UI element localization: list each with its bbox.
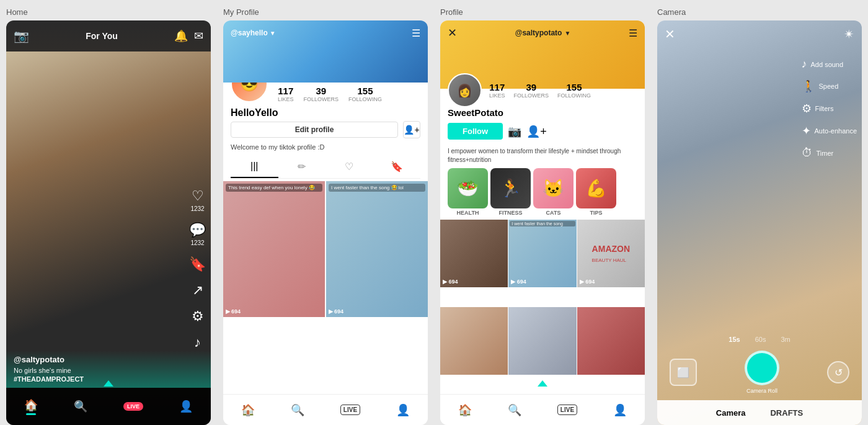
camera-tab-drafts[interactable]: DRAFTS <box>770 408 803 418</box>
other-video-2[interactable]: I went faster than the song ▶ 694 <box>508 220 576 287</box>
other-profile-phone: ✕ @saltypotato ▼ ☰ 👩 117 LIKES 39 FOLLOW… <box>440 20 645 425</box>
stat-followers: 39 FOLLOWERS <box>304 86 339 102</box>
category-tips[interactable]: 💪 TIPS <box>576 168 616 216</box>
category-health[interactable]: 🥗 HEALTH <box>448 168 488 216</box>
other-video-5[interactable] <box>508 307 576 375</box>
other-video-6[interactable] <box>577 307 645 375</box>
other-avatar-row: 👩 117 LIKES 39 FOLLOWERS 155 FOLLOWING <box>440 73 645 107</box>
bell-icon[interactable]: 🔔 <box>174 29 188 43</box>
other-video-4[interactable] <box>440 307 508 375</box>
other-nav-profile[interactable]: 👤 <box>613 403 627 417</box>
video-thumb-1[interactable]: This trend easy def when you lonely 😂 ▶ … <box>223 181 325 317</box>
add-sound-action[interactable]: ♪ Add sound <box>802 58 857 71</box>
menu-icon[interactable]: ☰ <box>412 27 420 39</box>
home-top-icons: 🔔 ✉ <box>174 29 203 43</box>
nav-profile-icon[interactable]: 👤 <box>396 403 410 417</box>
other-profile-name: SweetPotato <box>448 107 645 118</box>
home-label: Home <box>6 7 211 17</box>
camera-capture-row: ⬜ Camera Roll ↺ <box>657 351 862 394</box>
other-profile-avatar: 👩 <box>448 73 482 107</box>
following-number: 155 <box>358 86 373 96</box>
other-menu-icon[interactable]: ☰ <box>629 27 637 39</box>
tab-liked[interactable]: ✏ <box>278 156 326 178</box>
home-video-person <box>6 51 211 388</box>
likes-label: LIKES <box>278 96 294 102</box>
capture-button[interactable] <box>745 351 779 385</box>
other-video-3[interactable]: AMAZONBEAUTY HAUL ▶ 694 <box>577 220 645 287</box>
timer-3m[interactable]: 3m <box>781 336 790 343</box>
music-icon[interactable]: ♪ <box>194 334 201 351</box>
other-profile-bottom-nav: 🏠 🔍 LIVE 👤 <box>440 394 645 425</box>
other-nav-search[interactable]: 🔍 <box>508 403 521 417</box>
tab-videos[interactable]: ||| <box>231 156 278 178</box>
camera-roll-button[interactable]: ⬜ <box>670 359 697 386</box>
other-video-1[interactable]: ▶ 694 <box>440 220 508 287</box>
camera-tab-camera[interactable]: Camera <box>716 408 746 418</box>
video-thumb-2[interactable]: I went faster than the song 😂 lol ▶ 694 <box>326 181 428 317</box>
music-note-icon: ♪ <box>802 58 807 71</box>
nav-search-icon[interactable]: 🔍 <box>291 403 304 417</box>
nav-home[interactable]: 🏠 <box>24 398 38 415</box>
home-section: Home 📷 For You 🔔 ✉ @saltypotato No girls… <box>0 0 217 425</box>
side-actions: ♡ 1232 💬 1232 🔖 ↗ ⚙ ♪ <box>189 188 206 351</box>
camera-roll-icon: ⬜ <box>677 367 689 378</box>
my-profile-section: My Profile @sayhello ▼ ☰ 😎 117 LIKES 39 <box>217 0 434 425</box>
camera-close-button[interactable]: ✕ <box>665 27 675 42</box>
nav-home-icon[interactable]: 🏠 <box>241 403 255 417</box>
edit-profile-button[interactable]: Edit profile <box>231 122 398 138</box>
add-friend-button[interactable]: 👤+ <box>403 121 420 138</box>
profile-username-text: @sayhello <box>231 29 268 37</box>
filters-action[interactable]: ⚙ Filters <box>802 102 857 115</box>
nav-live[interactable]: LIVE <box>123 402 143 411</box>
add-sound-label: Add sound <box>811 61 844 68</box>
profile-stats: 117 LIKES 39 FOLLOWERS 155 FOLLOWING <box>278 86 382 102</box>
other-stat-followers: 39 FOLLOWERS <box>514 82 549 99</box>
speed-action[interactable]: 🚶 Speed <box>802 79 857 93</box>
flip-camera-button[interactable]: ↺ <box>827 361 849 383</box>
profile-video-grid: This trend easy def when you lonely 😂 ▶ … <box>223 181 428 391</box>
like-action[interactable]: ♡ 1232 <box>190 188 204 212</box>
profile-name: HelloYello <box>231 107 420 119</box>
other-followers-number: 39 <box>526 82 536 92</box>
other-profile-stats: 117 LIKES 39 FOLLOWERS 155 FOLLOWING <box>489 82 591 99</box>
other-following-label: FOLLOWING <box>557 92 591 99</box>
other-profile-section: Profile ✕ @saltypotato ▼ ☰ 👩 117 LIKES <box>434 0 651 425</box>
bookmark-action[interactable]: 🔖 <box>189 256 206 272</box>
fitness-label: FITNESS <box>498 210 522 216</box>
category-cats[interactable]: 🐱 CATS <box>533 168 574 216</box>
thumb-text-2: I went faster than the song 😂 lol <box>329 184 425 192</box>
other-stat-likes: 117 LIKES <box>489 82 505 99</box>
timer-action[interactable]: ⏱ Timer <box>802 146 857 159</box>
close-icon[interactable]: ✕ <box>448 26 457 40</box>
duet-icon[interactable]: ⚙ <box>192 308 204 324</box>
instagram-icon[interactable]: 📷 <box>508 125 521 138</box>
nav-live-icon[interactable]: LIVE <box>340 405 360 415</box>
nav-search[interactable]: 🔍 <box>74 400 87 413</box>
mail-icon[interactable]: ✉ <box>194 29 203 43</box>
camera-rotate-button[interactable]: ✴ <box>844 27 854 42</box>
amazon-label: AMAZONBEAUTY HAUL <box>592 244 630 264</box>
my-profile-label: My Profile <box>223 7 428 17</box>
health-thumb: 🥗 <box>448 168 488 208</box>
follow-button[interactable]: Follow <box>448 123 503 140</box>
tab-hearts[interactable]: ♡ <box>326 156 373 178</box>
timer-60s[interactable]: 60s <box>755 336 766 343</box>
add-friend-other-icon[interactable]: 👤+ <box>526 125 547 138</box>
comment-action[interactable]: 💬 1232 <box>189 222 206 246</box>
timer-15s[interactable]: 15s <box>728 336 740 343</box>
auto-enhance-action[interactable]: ✦ Auto-enhance <box>802 124 857 138</box>
nav-profile[interactable]: 👤 <box>179 400 193 413</box>
other-nav-home[interactable]: 🏠 <box>458 403 472 417</box>
video-username: @saltypotato <box>14 355 203 364</box>
camera-icon[interactable]: 📷 <box>14 29 29 43</box>
likes-number: 117 <box>278 86 293 96</box>
share-action[interactable]: ↗ <box>192 282 203 298</box>
other-followers-label: FOLLOWERS <box>514 92 549 99</box>
followers-number: 39 <box>316 86 326 96</box>
other-play-3: ▶ 694 <box>580 279 595 285</box>
category-fitness[interactable]: 🏃 FITNESS <box>490 168 531 216</box>
tab-bookmarks[interactable]: 🔖 <box>373 156 421 178</box>
for-you-title: For You <box>86 31 118 41</box>
other-profile-bio: I empower women to transform their lifes… <box>448 147 637 164</box>
other-nav-live[interactable]: LIVE <box>557 405 577 415</box>
